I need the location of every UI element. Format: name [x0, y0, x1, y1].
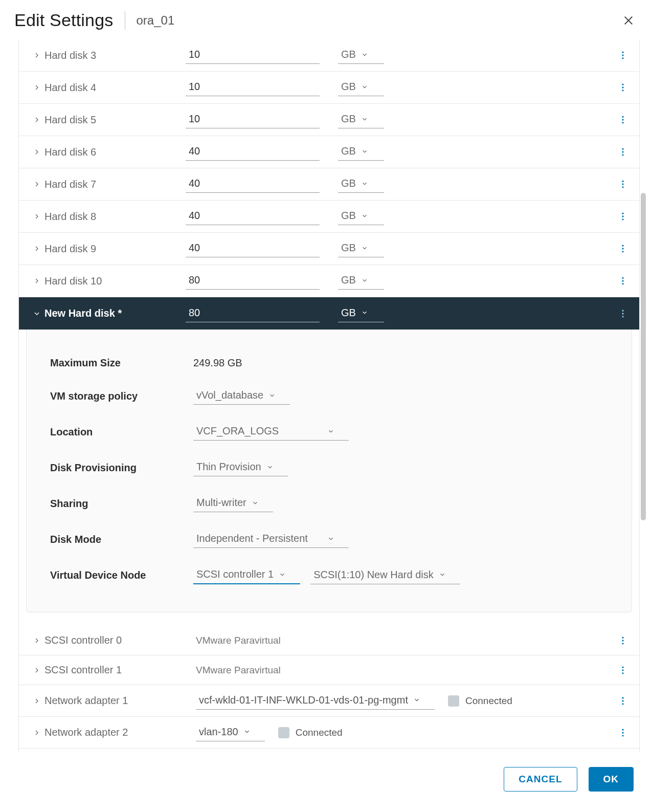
- storage-policy-select[interactable]: vVol_database: [193, 387, 290, 405]
- scrollbar-thumb[interactable]: [641, 193, 646, 520]
- hard-disk-row[interactable]: Hard disk 10GB: [19, 265, 639, 297]
- disk-menu-button[interactable]: [617, 81, 629, 94]
- svg-point-24: [622, 310, 623, 311]
- chevron-down-icon: [361, 245, 368, 252]
- disk-mode-select[interactable]: Independent - Persistent: [193, 531, 349, 548]
- svg-point-21: [622, 277, 623, 279]
- scsi-label: SCSI controller 1: [44, 664, 122, 676]
- disk-unit-select[interactable]: GB: [338, 208, 384, 225]
- nic-network-select[interactable]: vcf-wkld-01-IT-INF-WKLD-01-vds-01-pg-mgm…: [196, 692, 435, 710]
- nic-label: Network adapter 1: [44, 695, 128, 707]
- sharing-value: Multi-writer: [196, 497, 246, 509]
- nic-label: Network adapter 2: [44, 727, 128, 738]
- network-adapter-row[interactable]: Network adapter 2vlan-180Connected: [19, 717, 639, 749]
- disk-label: Hard disk 8: [44, 211, 96, 223]
- disk-label: Hard disk 10: [44, 275, 102, 287]
- vdn-node-select[interactable]: SCSI(1:10) New Hard disk: [310, 567, 460, 584]
- chevron-down-icon: [361, 180, 368, 187]
- disk-unit-select[interactable]: GB: [338, 111, 384, 128]
- disk-size-input[interactable]: [186, 208, 320, 225]
- vdn-controller-select[interactable]: SCSI controller 1: [193, 566, 300, 584]
- svg-point-16: [622, 215, 623, 217]
- disk-unit-select[interactable]: GB: [338, 47, 384, 64]
- hard-disk-row[interactable]: Hard disk 8GB: [19, 201, 639, 233]
- disk-menu-button[interactable]: [617, 243, 629, 255]
- svg-point-19: [622, 248, 623, 249]
- new-disk-size-input[interactable]: [186, 305, 320, 322]
- chevron-down-icon: [413, 696, 420, 704]
- ok-button[interactable]: OK: [589, 767, 634, 792]
- new-disk-label: New Hard disk *: [44, 308, 122, 319]
- disk-menu-button[interactable]: [617, 114, 629, 126]
- disk-menu-button[interactable]: [617, 49, 629, 61]
- cancel-button[interactable]: Cancel: [504, 767, 577, 792]
- svg-point-10: [622, 151, 623, 152]
- disk-label: Hard disk 9: [44, 243, 96, 255]
- disk-menu-button[interactable]: [617, 210, 629, 223]
- chevron-right-icon: [32, 83, 41, 92]
- nic-connected-label: Connected: [296, 727, 343, 738]
- scsi-menu-button[interactable]: [617, 634, 629, 647]
- nic-connected-checkbox[interactable]: [448, 695, 459, 707]
- scsi-type: VMware Paravirtual: [196, 635, 281, 646]
- close-button[interactable]: [619, 11, 638, 30]
- scsi-label: SCSI controller 0: [44, 634, 122, 646]
- disk-unit-select[interactable]: GB: [338, 79, 384, 96]
- scsi-controller-row[interactable]: SCSI controller 1VMware Paravirtual: [19, 655, 639, 685]
- chevron-down-icon: [361, 51, 368, 58]
- svg-point-35: [622, 703, 623, 705]
- new-hard-disk-row[interactable]: New Hard disk * GB: [19, 297, 639, 330]
- new-disk-menu-button[interactable]: [617, 308, 629, 320]
- hard-disk-row[interactable]: Hard disk 7GB: [19, 168, 639, 201]
- network-adapter-row[interactable]: Network adapter 1vcf-wkld-01-IT-INF-WKLD…: [19, 685, 639, 717]
- disk-label: Hard disk 6: [44, 146, 96, 158]
- nic-network-value: vcf-wkld-01-IT-INF-WKLD-01-vds-01-pg-mgm…: [199, 694, 408, 706]
- disk-size-input[interactable]: [186, 143, 320, 161]
- svg-point-17: [622, 218, 623, 220]
- close-icon: [623, 15, 634, 26]
- disk-menu-button[interactable]: [617, 178, 629, 190]
- svg-point-29: [622, 643, 623, 644]
- hard-disk-row[interactable]: Hard disk 5GB: [19, 104, 639, 136]
- disk-size-input[interactable]: [186, 272, 320, 290]
- hard-disk-row[interactable]: Hard disk 6GB: [19, 136, 639, 168]
- chevron-down-icon: [361, 309, 368, 316]
- disk-unit-select[interactable]: GB: [338, 240, 384, 257]
- disk-size-input[interactable]: [186, 79, 320, 96]
- disk-menu-button[interactable]: [617, 146, 629, 158]
- chevron-right-icon: [32, 636, 41, 645]
- svg-point-13: [622, 183, 623, 185]
- disk-size-input[interactable]: [186, 111, 320, 128]
- scrollbar[interactable]: [640, 39, 647, 753]
- new-disk-unit-select[interactable]: GB: [338, 305, 384, 322]
- disk-unit-select[interactable]: GB: [338, 272, 384, 290]
- nic-connected-checkbox[interactable]: [278, 727, 289, 738]
- disk-menu-button[interactable]: [617, 275, 629, 287]
- disk-size-input[interactable]: [186, 47, 320, 64]
- vdn-label: Virtual Device Node: [50, 569, 193, 581]
- disk-size-input[interactable]: [186, 240, 320, 257]
- provisioning-select[interactable]: Thin Provision: [193, 459, 288, 476]
- disk-size-input[interactable]: [186, 175, 320, 193]
- disk-unit-select[interactable]: GB: [338, 175, 384, 193]
- vdn-node-value: SCSI(1:10) New Hard disk: [313, 569, 434, 581]
- nic-network-select[interactable]: vlan-180: [196, 724, 265, 741]
- sharing-select[interactable]: Multi-writer: [193, 495, 273, 512]
- disk-unit-select[interactable]: GB: [338, 143, 384, 161]
- svg-point-36: [622, 729, 623, 730]
- hard-disk-row[interactable]: Hard disk 9GB: [19, 233, 639, 265]
- svg-point-18: [622, 245, 623, 247]
- hard-disk-row[interactable]: Hard disk 4GB: [19, 72, 639, 104]
- storage-policy-value: vVol_database: [196, 389, 263, 401]
- chevron-right-icon: [32, 115, 41, 124]
- svg-point-33: [622, 697, 623, 698]
- location-select[interactable]: VCF_ORA_LOGS: [193, 423, 349, 441]
- nic-menu-button[interactable]: [617, 727, 629, 739]
- hard-disk-row[interactable]: Hard disk 3GB: [19, 39, 639, 72]
- svg-point-26: [622, 316, 623, 317]
- scsi-menu-button[interactable]: [617, 664, 629, 676]
- scsi-controller-row[interactable]: SCSI controller 0VMware Paravirtual: [19, 626, 639, 655]
- nic-menu-button[interactable]: [617, 695, 629, 707]
- chevron-down-icon: [32, 309, 41, 318]
- header-divider: [125, 11, 125, 30]
